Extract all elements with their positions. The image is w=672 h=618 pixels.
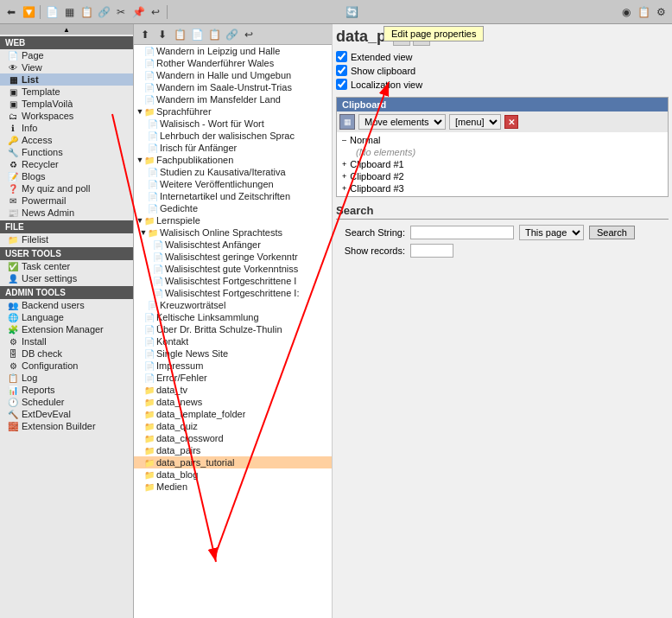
tree-item-gedichte[interactable]: 📄 Gedichte — [134, 202, 332, 214]
tree-item-kreuz[interactable]: 📄 Kreuzworträtsel — [134, 299, 332, 311]
sidebar-item-newsadmin[interactable]: 📰 News Admin — [0, 207, 133, 219]
tree-item-weitere[interactable]: 📄 Weitere Veröffentlichungen — [134, 178, 332, 190]
clipboard-item-2[interactable]: + Clipboard #2 — [340, 170, 664, 182]
sidebar-item-blogs[interactable]: 📝 Blogs — [0, 170, 133, 182]
tree-item-fortgeschr2[interactable]: 📄 Walisischtest Fortgeschrittene I: — [134, 287, 332, 299]
toolbar-icon-undo[interactable]: ↩ — [148, 4, 163, 20]
lernspiele-toggle[interactable]: ▼ — [136, 216, 144, 225]
tree-item-anfaenger[interactable]: 📄 Walisischtest Anfänger — [134, 239, 332, 251]
tree-item-impressum[interactable]: 📄 Impressum — [134, 360, 332, 372]
tree-toolbar-icon-7[interactable]: ↩ — [241, 27, 257, 42]
sidebar-item-dbcheck[interactable]: 🗄 DB check — [0, 347, 133, 360]
tree-toolbar-icon-6[interactable]: 🔗 — [224, 27, 239, 42]
tree-item-ueber[interactable]: 📄 Über Dr. Britta Schulze-Thulin — [134, 323, 332, 335]
tree-item-datacrossword[interactable]: 📁 data_crossword — [134, 432, 332, 444]
tree-item-dataquiz[interactable]: 📁 data_quiz — [134, 420, 332, 432]
sidebar-item-filelist[interactable]: 📁 Filelist — [0, 233, 133, 245]
tree-toolbar-icon-1[interactable]: ⬆ — [137, 27, 153, 42]
clipboard-item-1[interactable]: + Clipboard #1 — [340, 158, 664, 170]
clipboard-grid-icon[interactable]: ▦ — [339, 114, 355, 130]
localization-view-checkbox[interactable] — [336, 79, 347, 90]
search-page-select[interactable]: This page All pages — [519, 225, 584, 240]
tree-item-datanews[interactable]: 📁 data_news — [134, 396, 332, 408]
tree-toolbar-icon-4[interactable]: 📄 — [189, 27, 205, 42]
tree-item-fachpub[interactable]: ▼ 📁 Fachpublikationen — [134, 154, 332, 166]
sidebar-item-language[interactable]: 🌐 Language — [0, 311, 133, 323]
cb1-toggle[interactable]: + — [342, 160, 346, 169]
tree-item-fortgeschr1[interactable]: 📄 Walisischtest Fortgeschrittene I — [134, 275, 332, 287]
tree-toolbar-icon-3[interactable]: 📋 — [172, 27, 187, 42]
tree-item-gute[interactable]: 📄 Walisischtest gute Vorkenntniss — [134, 263, 332, 275]
sidebar-item-powermail[interactable]: ✉ Powermail — [0, 194, 133, 207]
sidebar-item-extdeveval[interactable]: 🔨 ExtDevEval — [0, 408, 133, 420]
search-button[interactable]: Search — [589, 226, 635, 239]
toolbar-icon-cut[interactable]: ✂ — [113, 4, 129, 20]
sidebar-item-workspaces[interactable]: 🗂 Workspaces — [0, 110, 133, 122]
sidebar-item-page[interactable]: 📄 Page — [0, 49, 133, 61]
tree-item-sprachfuhrer[interactable]: ▼ 📁 Sprachführer — [134, 105, 332, 118]
sidebar-item-taskcenter[interactable]: ✅ Task center — [0, 260, 133, 272]
sidebar-item-view[interactable]: 👁 View — [0, 61, 133, 73]
sidebar-item-log[interactable]: 📋 Log — [0, 372, 133, 384]
tree-item-sprachtests[interactable]: ▼ 📁 Walisisch Online Sprachtests — [134, 226, 332, 239]
tree-item-singlenews[interactable]: 📄 Single News Site — [134, 347, 332, 360]
sidebar-item-backendusers[interactable]: 👥 Backend users — [0, 299, 133, 311]
tree-item-internet[interactable]: 📄 Internetartikel und Zeitschriften — [134, 190, 332, 202]
tree-item-kontakt[interactable]: 📄 Kontakt — [134, 335, 332, 347]
tree-item-datablog[interactable]: 📁 data_blog — [134, 468, 332, 481]
clipboard-move-select[interactable]: Move elements Copy elements — [358, 114, 446, 130]
tree-item-1[interactable]: 📄 Rother Wanderführer Wales — [134, 57, 332, 69]
tree-item-datatv[interactable]: 📁 data_tv — [134, 384, 332, 396]
tree-item-walisisch[interactable]: 📄 Walisisch - Wort für Wort — [134, 118, 332, 130]
show-clipboard-checkbox[interactable] — [336, 65, 347, 76]
tree-item-datatmlfolder[interactable]: 📁 data_template_folder — [134, 408, 332, 420]
toolbar-icon-page[interactable]: 📄 — [44, 4, 60, 20]
tree-toolbar-icon-2[interactable]: ⬇ — [155, 27, 170, 42]
sidebar-item-usersettings[interactable]: 👤 User settings — [0, 272, 133, 284]
sidebar-item-configuration[interactable]: ⚙ Configuration — [0, 360, 133, 372]
toolbar-icon-view1[interactable]: ◉ — [618, 4, 634, 20]
tree-item-0[interactable]: 📄 Wandern in Leipzig und Halle — [134, 45, 332, 57]
tree-item-irisch[interactable]: 📄 Irisch für Anfänger — [134, 142, 332, 154]
clipboard-menu-select[interactable]: [menu] — [449, 114, 501, 130]
sidebar-item-extmanager[interactable]: 🧩 Extension Manager — [0, 323, 133, 335]
cb3-toggle[interactable]: + — [342, 184, 346, 193]
sidebar-item-list[interactable]: ▦ List — [0, 73, 133, 86]
toolbar-filter-icon[interactable]: 🔽 — [21, 4, 36, 20]
tree-item-lernspiele[interactable]: ▼ 📁 Lernspiele — [134, 214, 332, 226]
clipboard-normal-toggle[interactable]: – — [342, 136, 346, 144]
toolbar-icon-props[interactable]: ⚙ — [653, 4, 669, 20]
extended-view-checkbox[interactable] — [336, 51, 347, 62]
toolbar-icon-1[interactable]: ⬅ — [3, 4, 19, 20]
cb2-toggle[interactable]: + — [342, 172, 346, 181]
toolbar-icon-copy[interactable]: 📋 — [79, 4, 94, 20]
sprachfuhrer-toggle[interactable]: ▼ — [136, 107, 144, 116]
sidebar-item-info[interactable]: ℹ Info — [0, 122, 133, 134]
sidebar-item-template[interactable]: ▣ Template — [0, 86, 133, 98]
clipboard-close-btn[interactable]: ✕ — [504, 115, 518, 129]
tree-item-4[interactable]: 📄 Wandern im Mansfelder Land — [134, 93, 332, 105]
sprachtests-toggle[interactable]: ▼ — [139, 228, 148, 237]
sidebar-item-install[interactable]: ⚙ Install — [0, 335, 133, 347]
search-string-input[interactable] — [410, 226, 514, 239]
tree-item-lehrbuch[interactable]: 📄 Lehrbuch der walisischen Sprac — [134, 130, 332, 142]
tree-item-keltische[interactable]: 📄 Keltische Linksammlung — [134, 311, 332, 323]
sidebar-item-functions[interactable]: 🔧 Functions — [0, 146, 133, 158]
tree-item-2[interactable]: 📄 Wandern in Halle und Umgebun — [134, 69, 332, 81]
toolbar-icon-view2[interactable]: 📋 — [636, 4, 651, 20]
sidebar-item-scheduler[interactable]: 🕐 Scheduler — [0, 396, 133, 408]
sidebar-item-access[interactable]: 🔑 Access — [0, 134, 133, 146]
tree-item-datapairs[interactable]: 📁 data_pairs — [134, 444, 332, 456]
tree-item-studien[interactable]: 📄 Studien zu Kausativa/Iterativa — [134, 166, 332, 178]
search-records-input[interactable] — [410, 244, 453, 258]
toolbar-icon-grid[interactable]: ▦ — [61, 4, 77, 20]
tree-toolbar-icon-5[interactable]: 📋 — [206, 27, 222, 42]
tree-item-geringe[interactable]: 📄 Walisischtest geringe Vorkenntr — [134, 251, 332, 263]
toolbar-icon-paste[interactable]: 📌 — [130, 4, 146, 20]
sidebar-item-recycler[interactable]: ♻ Recycler — [0, 158, 133, 170]
fachpub-toggle[interactable]: ▼ — [136, 156, 144, 164]
sidebar-item-quiz[interactable]: ❓ My quiz and poll — [0, 182, 133, 194]
clipboard-item-3[interactable]: + Clipboard #3 — [340, 182, 664, 194]
toolbar-icon-refresh[interactable]: 🔄 — [344, 4, 359, 20]
sidebar-item-reports[interactable]: 📊 Reports — [0, 384, 133, 396]
